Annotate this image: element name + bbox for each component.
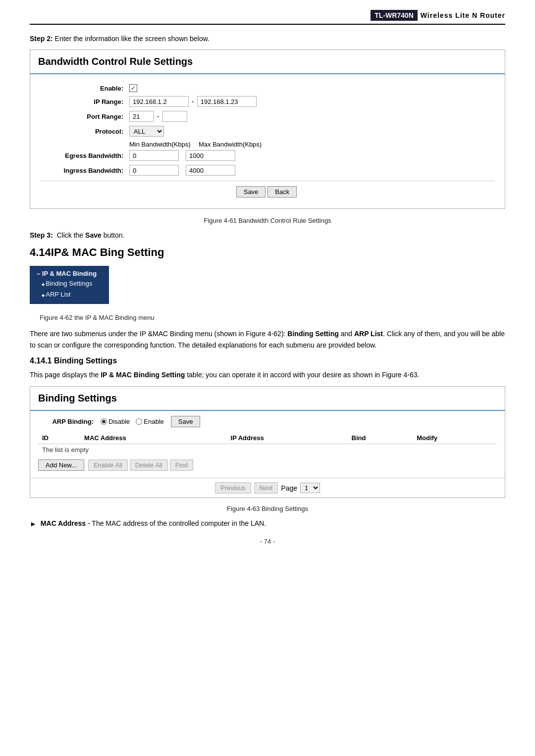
protocol-select[interactable]: ALL TCP UDP ICMP [129,126,164,137]
bw-max-header: Max Bandwidth(Kbps) [199,141,262,148]
enable-checkbox[interactable]: ✓ [129,84,137,92]
ingress-label: Ingress Bandwidth: [40,167,129,174]
ip-from-input[interactable] [129,96,189,107]
egress-min-input[interactable] [129,150,179,161]
previous-button[interactable]: Previous [215,482,251,494]
egress-max-input[interactable] [186,150,235,161]
arp-binding-label: ARP Binding: [38,418,98,425]
bullet-mac-item: ► MAC Address - The MAC address of the c… [30,519,505,528]
col-ip: IP Address [227,432,348,444]
port-dash: - [156,112,160,120]
bullet-mac-text: MAC Address - The MAC address of the con… [41,519,266,527]
port-range-row: Port Range: - [40,111,495,122]
protocol-row: Protocol: ALL TCP UDP ICMP [40,126,495,137]
action-row: Add New... Enable All Delete All Find [38,459,497,471]
egress-value [129,150,235,161]
fig63-caption: Figure 4-63 Binding Settings [30,505,505,512]
step2-text: Step 2: Enter the information like the s… [30,35,505,43]
enable-all-button: Enable All [88,459,128,471]
ingress-max-input[interactable] [186,165,235,176]
binding-settings-box: Binding Settings ARP Binding: Disable En… [30,386,505,498]
ip-dash: - [191,98,195,105]
radio-enable-label[interactable]: Enable [136,418,163,425]
product-label: Wireless Lite N Router [421,11,505,19]
nav-item-arp-list[interactable]: ARP List [37,289,102,300]
model-label: TL-WR740N [371,10,418,21]
arp-radio-group: Disable Enable Save [101,416,202,427]
arp-save-button[interactable]: Save [171,416,201,427]
body-text-2: This page displays the IP & MAC Binding … [30,369,505,380]
egress-row: Egress Bandwidth: [40,150,495,161]
bw-min-header: Min Bandwidth(Kbps) [129,141,194,148]
page-select[interactable]: 1 [300,483,320,493]
col-mac: MAC Address [80,432,227,444]
port-range-value: - [129,111,187,122]
radio-disable-circle [101,418,107,425]
bw-header-row: Min Bandwidth(Kbps) Max Bandwidth(Kbps) [129,141,495,148]
port-to-input[interactable] [162,111,187,122]
add-new-button[interactable]: Add New... [38,459,84,471]
col-bind: Bind [348,432,413,444]
protocol-label: Protocol: [40,128,129,135]
binding-table: ID MAC Address IP Address Bind Modify Th… [38,432,497,455]
radio-enable-circle [136,418,142,425]
port-range-label: Port Range: [40,113,129,120]
enable-label: Enable: [40,85,129,92]
body-text-1: There are two submenus under the IP &MAC… [30,328,505,351]
bandwidth-control-box: Bandwidth Control Rule Settings Enable: … [30,50,505,209]
step3-text: Step 3: Click the Save button. [30,231,505,239]
nav-menu-container: – IP & MAC Binding Binding Settings ARP … [30,266,505,309]
binding-settings-body: ARP Binding: Disable Enable Save ID MAC … [30,411,505,478]
fig61-caption: Figure 4-61 Bandwidth Control Rule Setti… [30,217,505,224]
ip-range-row: IP Range: - [40,96,495,107]
next-button[interactable]: Next [254,482,278,494]
bandwidth-button-row: Save Back [40,181,495,201]
port-from-input[interactable] [129,111,154,122]
bandwidth-back-button[interactable]: Back [268,186,297,198]
ingress-row: Ingress Bandwidth: [40,165,495,176]
ip-to-input[interactable] [197,96,257,107]
bandwidth-save-button[interactable]: Save [236,186,266,198]
fig62-caption: Figure 4-62 the IP & MAC Binding menu [40,314,505,321]
bandwidth-box-body: Enable: ✓ IP Range: - Port Range: - [30,79,505,208]
egress-label: Egress Bandwidth: [40,152,129,159]
nav-item-binding-settings[interactable]: Binding Settings [37,278,102,289]
enable-value: ✓ [129,84,137,92]
ip-range-value: - [129,96,257,107]
nav-menu: – IP & MAC Binding Binding Settings ARP … [30,266,109,304]
table-footer: Previous Next Page 1 [30,478,505,498]
bandwidth-box-title: Bandwidth Control Rule Settings [30,50,505,74]
page-number: - 74 - [30,538,505,545]
delete-all-button: Delete All [130,459,168,471]
col-modify: Modify [413,432,497,444]
bullet-arrow-icon: ► [30,520,37,528]
find-button: Find [170,459,193,471]
empty-list-text: The list is empty [38,444,497,456]
radio-disable-label[interactable]: Disable [101,418,130,425]
nav-title: – IP & MAC Binding [37,270,102,277]
page-label: Page [281,484,297,492]
protocol-value: ALL TCP UDP ICMP [129,126,164,137]
ingress-value [129,165,235,176]
arp-binding-row: ARP Binding: Disable Enable Save [38,416,497,427]
empty-row: The list is empty [38,444,497,456]
binding-settings-title: Binding Settings [30,387,505,411]
section-414-heading: 4.14IP& MAC Bing Setting [30,246,505,259]
ingress-min-input[interactable] [129,165,179,176]
enable-row: Enable: ✓ [40,84,495,92]
ip-range-label: IP Range: [40,98,129,105]
col-id: ID [38,432,80,444]
subsection-4141-heading: 4.14.1 Binding Settings [30,356,505,365]
page-header: TL-WR740N Wireless Lite N Router [30,10,505,25]
